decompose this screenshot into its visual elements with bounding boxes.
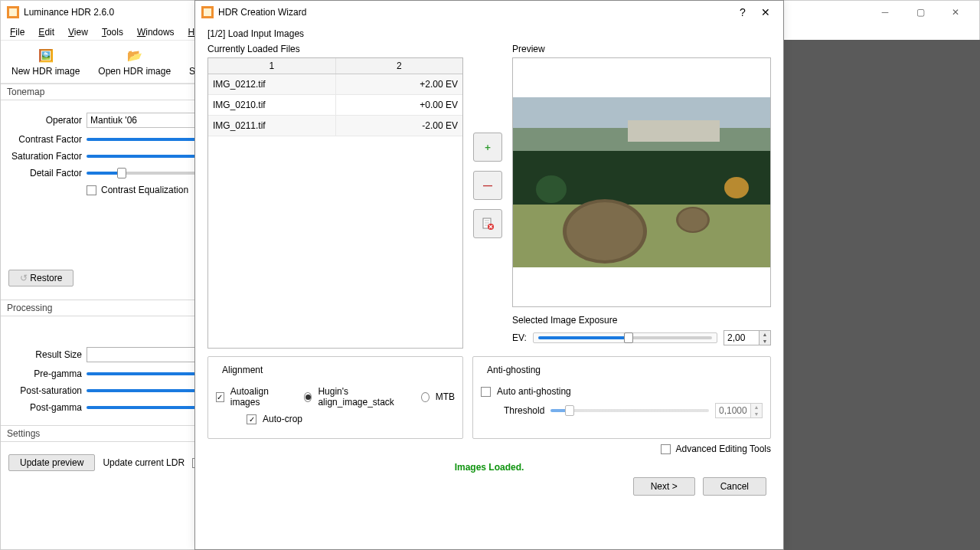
maximize-icon[interactable]: ▢ — [903, 1, 938, 24]
step-label: [1/2] Load Input Images — [207, 28, 771, 39]
clear-files-button[interactable] — [473, 209, 502, 238]
svg-point-15 — [567, 202, 643, 260]
minus-icon: — — [483, 180, 492, 191]
post-sat-label: Post-saturation — [8, 385, 82, 396]
hugin-label: Hugin's align_image_stack — [318, 386, 405, 408]
contrast-eq-label: Contrast Equalization — [101, 185, 188, 195]
dialog-close-icon[interactable]: ✕ — [754, 6, 777, 18]
mtb-radio[interactable] — [421, 392, 430, 402]
dialog-title: HDR Creation Wizard — [218, 7, 731, 18]
file-ev: -2.00 EV — [336, 116, 463, 136]
menu-windows[interactable]: Windows — [131, 25, 181, 39]
hdr-wizard-dialog: HDR Creation Wizard ? ✕ [1/2] Load Input… — [194, 0, 784, 550]
folder-icon: 📂 — [126, 47, 143, 64]
svg-point-19 — [536, 175, 567, 203]
table-row[interactable]: IMG_0211.tif -2.00 EV — [208, 116, 462, 136]
minimize-icon[interactable]: ─ — [867, 1, 903, 24]
preview-box — [512, 57, 771, 307]
svg-rect-3 — [204, 8, 211, 16]
new-hdr-button[interactable]: 🖼️ New HDR image — [7, 46, 84, 78]
pre-gamma-label: Pre-gamma — [8, 368, 82, 379]
svg-rect-1 — [9, 8, 17, 16]
open-hdr-label: Open HDR image — [98, 66, 171, 77]
restore-button[interactable]: ↺ Restore — [8, 270, 74, 286]
open-hdr-button[interactable]: 📂 Open HDR image — [93, 46, 175, 78]
contrast-label: Contrast Factor — [8, 134, 82, 145]
file-name: IMG_0210.tif — [208, 95, 336, 115]
menu-file[interactable]: File — [4, 25, 31, 39]
files-table: 1 2 IMG_0212.tif +2.00 EV IMG_0210.tif +… — [207, 57, 463, 349]
dialog-titlebar: HDR Creation Wizard ? ✕ — [195, 1, 783, 24]
plus-icon: ＋ — [483, 141, 492, 154]
selected-exposure-label: Selected Image Exposure — [512, 315, 771, 326]
table-row[interactable]: IMG_0210.tif +0.00 EV — [208, 95, 462, 116]
alignment-group-label: Alignment — [219, 365, 266, 375]
canvas-area — [784, 40, 980, 550]
autocrop-checkbox[interactable] — [247, 414, 256, 424]
status-message: Images Loaded. — [207, 462, 771, 473]
hugin-radio[interactable] — [304, 392, 312, 402]
advanced-checkbox[interactable] — [661, 444, 671, 454]
autocrop-label: Auto-crop — [263, 414, 302, 424]
table-row[interactable]: IMG_0212.tif +2.00 EV — [208, 74, 462, 95]
antighost-group-label: Anti-ghosting — [484, 365, 544, 375]
menu-tools[interactable]: Tools — [96, 25, 129, 39]
advanced-label: Advanced Editing Tools — [675, 444, 771, 454]
autoalign-checkbox[interactable] — [216, 392, 224, 402]
ev-spinner[interactable]: ▲▼ — [724, 330, 771, 345]
autoalign-label: Autoalign images — [230, 386, 286, 408]
svg-point-18 — [724, 177, 749, 198]
operator-label: Operator — [8, 115, 82, 126]
threshold-slider[interactable] — [550, 409, 709, 412]
chevron-up-icon[interactable]: ▲ — [751, 404, 762, 411]
app-icon — [7, 6, 19, 18]
result-size-label: Result Size — [8, 349, 82, 360]
saturation-label: Saturation Factor — [8, 151, 82, 162]
col-1-header[interactable]: 1 — [208, 58, 336, 74]
ev-label: EV: — [512, 332, 527, 343]
chevron-down-icon[interactable]: ▼ — [751, 411, 762, 417]
help-icon[interactable]: ? — [731, 6, 754, 18]
detail-label: Detail Factor — [8, 168, 82, 178]
add-file-button[interactable]: ＋ — [473, 133, 502, 162]
file-name: IMG_0212.tif — [208, 74, 336, 94]
threshold-label: Threshold — [504, 405, 544, 416]
threshold-input[interactable] — [715, 403, 750, 418]
auto-antighost-checkbox[interactable] — [481, 387, 491, 397]
chevron-down-icon[interactable]: ▼ — [760, 338, 770, 345]
dialog-icon — [201, 6, 214, 18]
loaded-files-label: Currently Loaded Files — [207, 44, 463, 54]
ev-slider[interactable] — [538, 336, 712, 339]
col-2-header[interactable]: 2 — [336, 58, 463, 74]
menu-edit[interactable]: Edit — [32, 25, 60, 39]
image-icon: 🖼️ — [38, 47, 54, 64]
close-icon[interactable]: ✕ — [938, 1, 973, 24]
chevron-up-icon[interactable]: ▲ — [760, 331, 770, 338]
file-ev: +0.00 EV — [336, 95, 463, 115]
contrast-eq-checkbox[interactable] — [87, 185, 96, 195]
file-name: IMG_0211.tif — [208, 116, 336, 136]
threshold-spinner[interactable]: ▲▼ — [715, 403, 763, 418]
preview-image — [513, 97, 770, 267]
update-ldr-label: Update current LDR — [103, 457, 185, 468]
update-preview-button[interactable]: Update preview — [8, 454, 95, 471]
menu-view[interactable]: View — [62, 25, 94, 39]
preview-label: Preview — [512, 44, 771, 54]
ev-value-input[interactable] — [724, 330, 759, 345]
document-delete-icon — [481, 217, 495, 231]
auto-antighost-label: Auto anti-ghosting — [497, 386, 571, 397]
file-ev: +2.00 EV — [336, 74, 463, 94]
svg-rect-11 — [628, 120, 720, 142]
next-button[interactable]: Next > — [633, 477, 695, 496]
new-hdr-label: New HDR image — [11, 66, 80, 77]
remove-file-button[interactable]: — — [473, 171, 502, 200]
svg-point-17 — [678, 208, 707, 231]
mtb-label: MTB — [436, 391, 455, 402]
cancel-button[interactable]: Cancel — [703, 477, 766, 496]
post-gamma-label: Post-gamma — [8, 402, 82, 413]
